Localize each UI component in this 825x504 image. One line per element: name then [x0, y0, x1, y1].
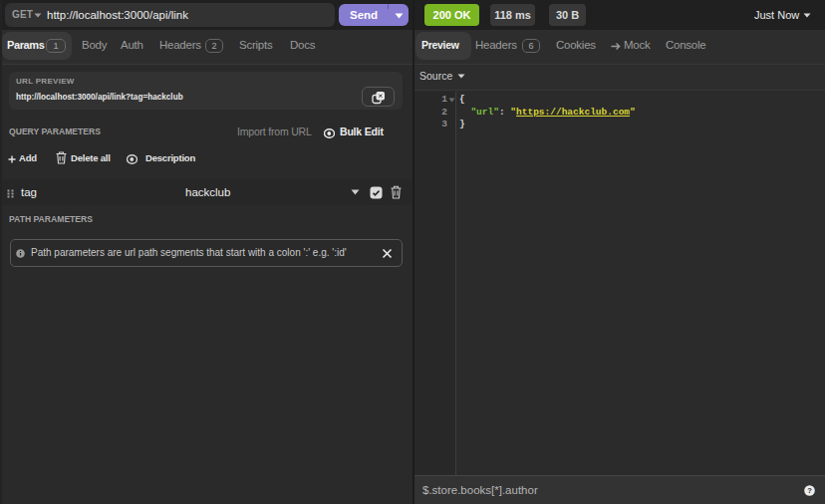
svg-text:?: ?	[807, 486, 812, 495]
